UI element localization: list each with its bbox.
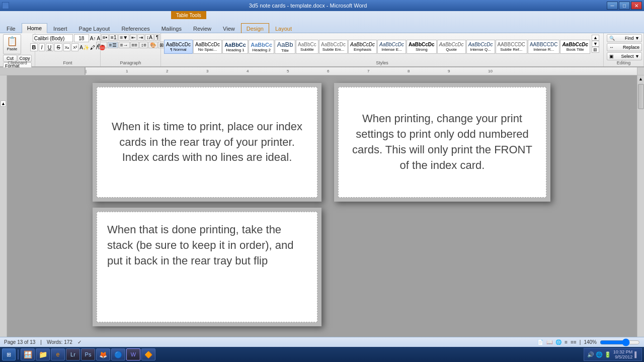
- minimize-button[interactable]: ─: [607, 2, 618, 10]
- select-icon: ▣: [609, 54, 614, 59]
- font-name-input[interactable]: [33, 34, 73, 42]
- italic-button[interactable]: I: [39, 43, 44, 51]
- increase-indent-button[interactable]: ⇥: [137, 34, 144, 41]
- taskbar-app-word[interactable]: W: [126, 348, 140, 360]
- style-subtitle[interactable]: AaBbCc Subtitle: [296, 40, 318, 54]
- style-intense-quote[interactable]: AaBbCcDc Intense Q...: [466, 40, 495, 54]
- card-page-2: When printing, change your print setting…: [334, 83, 550, 202]
- maximize-button[interactable]: □: [619, 2, 630, 10]
- word-count: Words: 172: [47, 339, 72, 345]
- style-heading1[interactable]: AaBbCc Heading 1: [222, 40, 248, 54]
- style-emphasis[interactable]: AaBbCcDc Emphasis: [348, 40, 377, 54]
- sort-button[interactable]: ↕A: [145, 34, 154, 41]
- font-size-input[interactable]: [74, 34, 89, 42]
- vertical-scrollbar[interactable]: ▲ ▼: [637, 75, 644, 362]
- scroll-up-arrow[interactable]: ▲: [638, 76, 643, 81]
- left-margin-bar: ▲: [0, 75, 7, 362]
- start-button[interactable]: ⊞: [2, 348, 16, 360]
- align-right-button[interactable]: ≡→: [119, 42, 130, 48]
- taskbar-app-vlc[interactable]: 🔶: [141, 348, 155, 360]
- left-scroll-up[interactable]: ▲: [1, 101, 6, 107]
- tab-design[interactable]: Design: [241, 23, 269, 33]
- show-desktop-button[interactable]: ▌: [634, 351, 638, 357]
- styles-down-button[interactable]: ▼: [592, 41, 599, 47]
- style-strong[interactable]: AaBbCcDc Strong: [407, 40, 437, 54]
- style-book-title[interactable]: AaBbCcDc Book Title: [560, 40, 590, 54]
- style-subtle-emphasis[interactable]: AaBbCcDc Subtle Em...: [319, 40, 348, 54]
- status-left: Page 13 of 13 | Words: 172 ✓: [4, 339, 82, 345]
- taskbar-app-ps[interactable]: Ps: [81, 348, 95, 360]
- style-no-spacing[interactable]: AaBbCcDc No Spac...: [193, 40, 222, 54]
- card-inner-1[interactable]: When it is time to print, place our inde…: [97, 87, 317, 198]
- text-highlight-button[interactable]: 🖍: [90, 45, 95, 50]
- style-quote[interactable]: AaBbCcDc Quote: [437, 40, 466, 54]
- numbering-button[interactable]: ≡1: [109, 34, 118, 41]
- tab-references[interactable]: References: [116, 23, 155, 33]
- paste-icon: 📋: [7, 36, 18, 47]
- cards-row-2: When that is done printing, take the sta…: [93, 208, 637, 326]
- taskbar-app-folder[interactable]: 📁: [36, 348, 50, 360]
- full-reading-button[interactable]: 📖: [546, 339, 552, 345]
- select-button[interactable]: ▣ Select ▼: [607, 52, 642, 60]
- style-intense-reference[interactable]: AaBbCcDc Intense R...: [528, 40, 559, 54]
- tab-layout[interactable]: Layout: [270, 23, 297, 33]
- styles-up-button[interactable]: ▲: [592, 35, 599, 41]
- font-format-row: B I U S X₂ X² A✨ 🖍 A🔴: [30, 43, 106, 51]
- replace-button[interactable]: ↔ Replace: [607, 43, 642, 51]
- draft-button[interactable]: ≡≡: [571, 339, 577, 345]
- styles-expand-button[interactable]: ⊞: [592, 47, 599, 53]
- bullets-button[interactable]: ≡•: [101, 34, 109, 41]
- paste-button[interactable]: 📋 Paste: [3, 34, 21, 54]
- show-hide-button[interactable]: ¶: [154, 34, 160, 41]
- card-inner-3[interactable]: When that is done printing, take the sta…: [97, 212, 317, 322]
- taskbar-app-lightroom[interactable]: Lr: [66, 348, 80, 360]
- tab-page-layout[interactable]: Page Layout: [73, 23, 116, 33]
- proofing-icon: ✓: [77, 339, 82, 345]
- web-layout-button[interactable]: 🌐: [555, 339, 561, 345]
- outline-button[interactable]: ≡: [565, 339, 568, 345]
- taskbar-app-chrome[interactable]: 🔵: [111, 348, 125, 360]
- paragraph-group: ≡• ≡1 ≡▼ ⇤ ⇥ ↕A ¶ ≡← ≡☰ ≡→ ≡≡ ↕≡ 🎨 ⊞: [101, 33, 161, 66]
- style-normal[interactable]: AaBbCcDc ¶ Normal: [164, 40, 193, 54]
- style-title[interactable]: AaBb Title: [275, 40, 295, 54]
- text-effects-button[interactable]: A✨: [79, 45, 89, 50]
- zoom-slider[interactable]: [600, 339, 640, 345]
- align-center-button[interactable]: ≡☰: [108, 42, 118, 48]
- tab-home[interactable]: Home: [22, 23, 47, 33]
- app-wrapper: 3d5 note cards - template.docx - Microso…: [0, 0, 644, 362]
- bold-button[interactable]: B: [30, 43, 38, 51]
- style-subtle-reference[interactable]: AaBbCcDc Subtle Ref...: [496, 40, 527, 54]
- superscript-button[interactable]: X²: [71, 43, 78, 51]
- scroll-thumb[interactable]: [638, 84, 644, 109]
- shading-button[interactable]: 🎨: [148, 42, 157, 48]
- card-page-3: When that is done printing, take the sta…: [93, 208, 321, 326]
- decrease-indent-button[interactable]: ⇤: [130, 34, 137, 41]
- style-heading2[interactable]: AaBbCc Heading 2: [249, 40, 274, 54]
- tab-mailings[interactable]: Mailings: [156, 23, 187, 33]
- multilevel-button[interactable]: ≡▼: [118, 34, 129, 41]
- tab-file[interactable]: File: [1, 23, 21, 33]
- tab-review[interactable]: Review: [188, 23, 217, 33]
- subscript-button[interactable]: X₂: [63, 43, 70, 51]
- underline-button[interactable]: U: [46, 43, 54, 51]
- strikethrough-button[interactable]: S: [54, 43, 62, 51]
- print-layout-button[interactable]: 📄: [537, 339, 543, 345]
- grow-font-button[interactable]: A↑: [90, 36, 96, 41]
- taskbar-app-explorer[interactable]: 🪟: [21, 348, 35, 360]
- close-button[interactable]: ✕: [631, 2, 642, 10]
- justify-button[interactable]: ≡≡: [130, 42, 139, 48]
- status-bar: Page 13 of 13 | Words: 172 ✓ 📄 📖 🌐 ≡ ≡≡ …: [0, 337, 644, 347]
- tab-view[interactable]: View: [217, 23, 240, 33]
- tab-insert[interactable]: Insert: [48, 23, 73, 33]
- line-spacing-button[interactable]: ↕≡: [139, 42, 148, 48]
- ruler-right-margin: [637, 67, 644, 75]
- list-row: ≡• ≡1 ≡▼ ⇤ ⇥ ↕A ¶: [101, 34, 160, 41]
- find-button[interactable]: 🔍 Find ▼: [607, 34, 642, 42]
- find-icon: 🔍: [609, 36, 615, 41]
- taskbar-app-ie[interactable]: e: [51, 348, 65, 360]
- taskbar-app-firefox[interactable]: 🦊: [96, 348, 110, 360]
- card-inner-2[interactable]: When printing, change your print setting…: [338, 87, 546, 198]
- document-content: When it is time to print, place our inde…: [7, 75, 637, 362]
- align-left-button[interactable]: ≡←: [96, 42, 107, 48]
- style-intense-emphasis[interactable]: AaBbCcDc Intense E...: [377, 40, 406, 54]
